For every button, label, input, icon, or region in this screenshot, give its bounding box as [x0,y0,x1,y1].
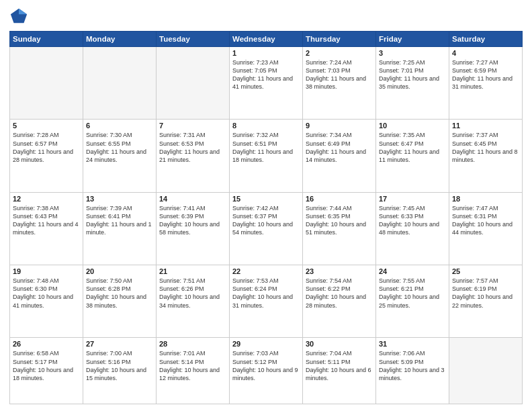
calendar-cell: 25Sunrise: 7:57 AMSunset: 6:19 PMDayligh… [449,265,523,338]
day-number: 18 [452,195,519,203]
weekday-header-monday: Monday [83,32,157,47]
calendar-cell: 5Sunrise: 7:28 AMSunset: 6:57 PMDaylight… [10,120,83,192]
day-number: 24 [379,267,446,275]
calendar-cell: 16Sunrise: 7:44 AMSunset: 6:35 PMDayligh… [303,192,376,265]
calendar-cell: 23Sunrise: 7:54 AMSunset: 6:22 PMDayligh… [303,265,376,338]
day-details: Sunrise: 7:24 AMSunset: 7:03 PMDaylight:… [306,58,373,91]
day-number: 4 [452,49,519,57]
calendar-cell [157,47,230,120]
day-details: Sunrise: 7:45 AMSunset: 6:33 PMDaylight:… [379,204,446,237]
day-details: Sunrise: 7:06 AMSunset: 5:09 PMDaylight:… [379,349,446,382]
day-details: Sunrise: 7:50 AMSunset: 6:28 PMDaylight:… [86,277,153,310]
day-number: 23 [306,267,373,275]
calendar-cell: 10Sunrise: 7:35 AMSunset: 6:47 PMDayligh… [376,120,449,192]
day-number: 30 [306,340,373,348]
calendar-cell [83,47,157,120]
weekday-header-tuesday: Tuesday [157,32,230,47]
calendar-cell: 26Sunrise: 6:58 AMSunset: 5:17 PMDayligh… [10,338,83,404]
page: SundayMondayTuesdayWednesdayThursdayFrid… [0,0,532,411]
calendar-cell: 30Sunrise: 7:04 AMSunset: 5:11 PMDayligh… [303,338,376,404]
day-details: Sunrise: 7:47 AMSunset: 6:31 PMDaylight:… [452,204,519,237]
day-details: Sunrise: 7:28 AMSunset: 6:57 PMDaylight:… [13,131,80,164]
day-number: 9 [306,122,373,130]
calendar-week-1: 5Sunrise: 7:28 AMSunset: 6:57 PMDaylight… [10,120,523,192]
day-number: 19 [13,267,80,275]
day-number: 12 [13,195,80,203]
calendar-cell: 12Sunrise: 7:38 AMSunset: 6:43 PMDayligh… [10,192,83,265]
day-number: 6 [86,122,153,130]
day-details: Sunrise: 7:25 AMSunset: 7:01 PMDaylight:… [379,58,446,91]
day-number: 26 [13,340,80,348]
header [9,7,523,26]
day-number: 11 [452,122,519,130]
day-number: 2 [306,49,373,57]
day-number: 8 [232,122,300,130]
day-details: Sunrise: 6:58 AMSunset: 5:17 PMDaylight:… [13,349,80,382]
calendar-cell: 6Sunrise: 7:30 AMSunset: 6:55 PMDaylight… [83,120,157,192]
calendar-cell: 1Sunrise: 7:23 AMSunset: 7:05 PMDaylight… [230,47,303,120]
calendar-cell: 13Sunrise: 7:39 AMSunset: 6:41 PMDayligh… [83,192,157,265]
day-details: Sunrise: 7:57 AMSunset: 6:19 PMDaylight:… [452,277,519,310]
day-number: 28 [159,340,226,348]
day-details: Sunrise: 7:37 AMSunset: 6:45 PMDaylight:… [452,131,519,164]
logo [9,7,31,26]
day-number: 20 [86,267,153,275]
calendar-cell [10,47,83,120]
day-number: 31 [379,340,446,348]
calendar-cell: 21Sunrise: 7:51 AMSunset: 6:26 PMDayligh… [157,265,230,338]
day-number: 13 [86,195,153,203]
calendar-table: SundayMondayTuesdayWednesdayThursdayFrid… [9,31,523,404]
calendar-cell: 11Sunrise: 7:37 AMSunset: 6:45 PMDayligh… [449,120,523,192]
day-details: Sunrise: 7:04 AMSunset: 5:11 PMDaylight:… [306,349,373,382]
day-details: Sunrise: 7:23 AMSunset: 7:05 PMDaylight:… [232,58,300,91]
weekday-header-row: SundayMondayTuesdayWednesdayThursdayFrid… [10,32,523,47]
day-details: Sunrise: 7:01 AMSunset: 5:14 PMDaylight:… [159,349,226,382]
calendar-cell: 29Sunrise: 7:03 AMSunset: 5:12 PMDayligh… [230,338,303,404]
calendar-cell: 24Sunrise: 7:55 AMSunset: 6:21 PMDayligh… [376,265,449,338]
day-details: Sunrise: 7:03 AMSunset: 5:12 PMDaylight:… [232,349,300,382]
day-number: 17 [379,195,446,203]
weekday-header-thursday: Thursday [303,32,376,47]
calendar-cell: 15Sunrise: 7:42 AMSunset: 6:37 PMDayligh… [230,192,303,265]
calendar-cell: 14Sunrise: 7:41 AMSunset: 6:39 PMDayligh… [157,192,230,265]
svg-marker-1 [19,9,27,14]
day-details: Sunrise: 7:34 AMSunset: 6:49 PMDaylight:… [306,131,373,164]
day-details: Sunrise: 7:31 AMSunset: 6:53 PMDaylight:… [159,131,226,164]
day-details: Sunrise: 7:41 AMSunset: 6:39 PMDaylight:… [159,204,226,237]
calendar-cell: 19Sunrise: 7:48 AMSunset: 6:30 PMDayligh… [10,265,83,338]
calendar-cell: 9Sunrise: 7:34 AMSunset: 6:49 PMDaylight… [303,120,376,192]
day-details: Sunrise: 7:48 AMSunset: 6:30 PMDaylight:… [13,277,80,310]
day-details: Sunrise: 7:30 AMSunset: 6:55 PMDaylight:… [86,131,153,164]
day-number: 21 [159,267,226,275]
logo-icon [9,7,28,26]
calendar-cell: 3Sunrise: 7:25 AMSunset: 7:01 PMDaylight… [376,47,449,120]
day-details: Sunrise: 7:53 AMSunset: 6:24 PMDaylight:… [232,277,300,310]
calendar-cell: 7Sunrise: 7:31 AMSunset: 6:53 PMDaylight… [157,120,230,192]
weekday-header-sunday: Sunday [10,32,83,47]
calendar-week-3: 19Sunrise: 7:48 AMSunset: 6:30 PMDayligh… [10,265,523,338]
day-number: 3 [379,49,446,57]
weekday-header-wednesday: Wednesday [230,32,303,47]
calendar-week-0: 1Sunrise: 7:23 AMSunset: 7:05 PMDaylight… [10,47,523,120]
day-number: 10 [379,122,446,130]
calendar-cell: 28Sunrise: 7:01 AMSunset: 5:14 PMDayligh… [157,338,230,404]
weekday-header-friday: Friday [376,32,449,47]
calendar-cell: 4Sunrise: 7:27 AMSunset: 6:59 PMDaylight… [449,47,523,120]
day-number: 7 [159,122,226,130]
calendar-cell: 20Sunrise: 7:50 AMSunset: 6:28 PMDayligh… [83,265,157,338]
day-details: Sunrise: 7:27 AMSunset: 6:59 PMDaylight:… [452,58,519,91]
day-details: Sunrise: 7:42 AMSunset: 6:37 PMDaylight:… [232,204,300,237]
day-number: 1 [232,49,300,57]
day-details: Sunrise: 7:55 AMSunset: 6:21 PMDaylight:… [379,277,446,310]
day-details: Sunrise: 7:39 AMSunset: 6:41 PMDaylight:… [86,204,153,237]
calendar-cell: 22Sunrise: 7:53 AMSunset: 6:24 PMDayligh… [230,265,303,338]
calendar-cell: 2Sunrise: 7:24 AMSunset: 7:03 PMDaylight… [303,47,376,120]
day-details: Sunrise: 7:32 AMSunset: 6:51 PMDaylight:… [232,131,300,164]
day-details: Sunrise: 7:54 AMSunset: 6:22 PMDaylight:… [306,277,373,310]
day-number: 25 [452,267,519,275]
calendar-cell: 8Sunrise: 7:32 AMSunset: 6:51 PMDaylight… [230,120,303,192]
day-number: 5 [13,122,80,130]
day-details: Sunrise: 7:38 AMSunset: 6:43 PMDaylight:… [13,204,80,237]
calendar-week-4: 26Sunrise: 6:58 AMSunset: 5:17 PMDayligh… [10,338,523,404]
calendar-week-2: 12Sunrise: 7:38 AMSunset: 6:43 PMDayligh… [10,192,523,265]
